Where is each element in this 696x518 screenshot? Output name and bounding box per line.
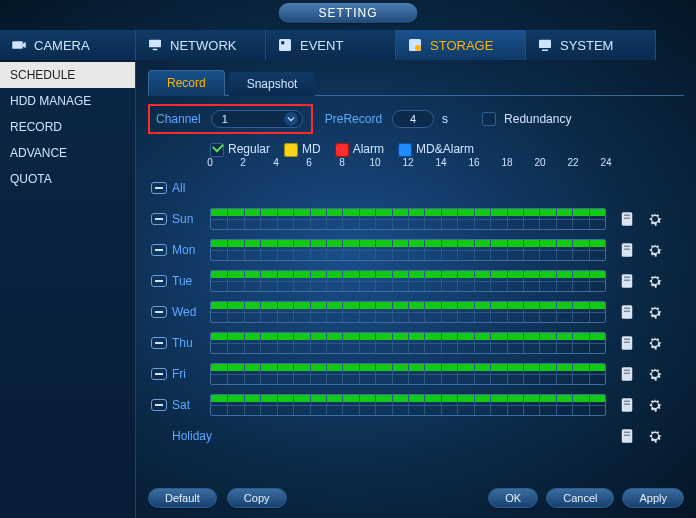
svg-rect-10 [624,215,630,217]
ok-button[interactable]: OK [488,488,538,508]
collapse-icon[interactable] [151,182,167,194]
mdalarm-swatch[interactable] [398,143,412,157]
schedule-row: Fri [148,359,684,390]
svg-rect-17 [624,280,630,282]
svg-rect-26 [624,373,630,375]
collapse-icon[interactable] [151,306,167,318]
sub-tab-record[interactable]: Record [148,70,225,96]
alarm-swatch[interactable] [335,143,349,157]
legend-alarm: Alarm [335,142,384,157]
cancel-button[interactable]: Cancel [546,488,614,508]
day-label[interactable]: Thu [170,336,210,350]
day-label[interactable]: Sat [170,398,210,412]
day-label[interactable]: Fri [170,367,210,381]
md-swatch[interactable] [284,143,298,157]
default-button[interactable]: Default [148,488,217,508]
timeline-grid[interactable] [210,332,606,354]
edit-icon[interactable] [618,334,636,352]
tab-label: EVENT [300,38,343,53]
timeline-tick: 14 [435,157,446,168]
collapse-icon[interactable] [151,275,167,287]
day-label[interactable]: Tue [170,274,210,288]
timeline-grid[interactable] [210,363,606,385]
timeline-grid[interactable] [210,301,606,323]
gear-icon[interactable] [646,427,664,445]
sidebar-item-quota[interactable]: QUOTA [0,166,135,192]
gear-icon[interactable] [646,396,664,414]
camera-icon [10,37,28,53]
timeline-tick: 4 [273,157,279,168]
day-label[interactable]: Sun [170,212,210,226]
sub-tab-snapshot[interactable]: Snapshot [229,72,316,96]
svg-rect-7 [539,40,551,48]
gear-icon[interactable] [646,365,664,383]
sidebar-item-record[interactable]: RECORD [0,114,135,140]
timeline-tick: 18 [501,157,512,168]
sidebar-item-advance[interactable]: ADVANCE [0,140,135,166]
sidebar: SCHEDULE HDD MANAGE RECORD ADVANCE QUOTA [0,62,136,518]
edit-icon[interactable] [618,427,636,445]
edit-icon[interactable] [618,241,636,259]
edit-icon[interactable] [618,365,636,383]
tab-event[interactable]: EVENT [266,30,396,60]
timeline-tick: 16 [468,157,479,168]
collapse-icon[interactable] [151,368,167,380]
legend-regular-check[interactable] [210,143,224,157]
schedule-row: Wed [148,297,684,328]
event-icon [276,37,294,53]
schedule-row: Sat [148,390,684,421]
main-tab-bar: CAMERA NETWORK EVENT STORAGE SYSTEM [0,30,696,60]
collapse-icon[interactable] [151,399,167,411]
sidebar-item-hdd-manage[interactable]: HDD MANAGE [0,88,135,114]
tab-storage[interactable]: STORAGE [396,30,526,60]
channel-value: 1 [222,113,228,125]
timeline-tick: 6 [306,157,312,168]
timeline-grid[interactable] [210,208,606,230]
chevron-down-icon [284,112,298,126]
svg-rect-14 [624,249,630,251]
svg-rect-19 [624,308,630,310]
edit-icon[interactable] [618,303,636,321]
svg-rect-16 [624,277,630,279]
edit-icon[interactable] [618,272,636,290]
schedule-grid: All SunMonTueWedThuFriSat Holiday [148,173,684,452]
apply-button[interactable]: Apply [622,488,684,508]
copy-button[interactable]: Copy [227,488,287,508]
tab-system[interactable]: SYSTEM [526,30,656,60]
options-row: Channel 1 PreRecord 4 s Redundancy [148,96,684,140]
day-all[interactable]: All [170,181,210,195]
timeline-grid[interactable] [210,239,606,261]
gear-icon[interactable] [646,303,664,321]
gear-icon[interactable] [646,210,664,228]
schedule-row: Mon [148,235,684,266]
day-label[interactable]: Mon [170,243,210,257]
svg-rect-31 [624,432,630,434]
content-area: Record Snapshot Channel 1 PreRecord 4 s … [136,62,696,518]
svg-rect-11 [624,218,630,220]
redundancy-checkbox[interactable] [482,112,496,126]
collapse-icon[interactable] [151,244,167,256]
collapse-icon[interactable] [151,337,167,349]
tab-camera[interactable]: CAMERA [0,30,136,60]
edit-icon[interactable] [618,396,636,414]
edit-icon[interactable] [618,210,636,228]
svg-rect-0 [12,41,23,49]
timeline-grid[interactable] [210,270,606,292]
svg-rect-22 [624,339,630,341]
gear-icon[interactable] [646,241,664,259]
gear-icon[interactable] [646,272,664,290]
day-holiday[interactable]: Holiday [170,429,226,443]
channel-select[interactable]: 1 [211,110,303,128]
legend-regular: Regular [210,142,270,157]
collapse-icon[interactable] [151,213,167,225]
timeline-grid[interactable] [210,394,606,416]
sub-tab-bar: Record Snapshot [148,70,684,96]
day-label[interactable]: Wed [170,305,210,319]
gear-icon[interactable] [646,334,664,352]
timeline-tick: 8 [339,157,345,168]
svg-rect-32 [624,435,630,437]
prerecord-input[interactable]: 4 [392,110,434,128]
sidebar-item-schedule[interactable]: SCHEDULE [0,62,135,88]
svg-rect-3 [279,39,291,51]
tab-network[interactable]: NETWORK [136,30,266,60]
